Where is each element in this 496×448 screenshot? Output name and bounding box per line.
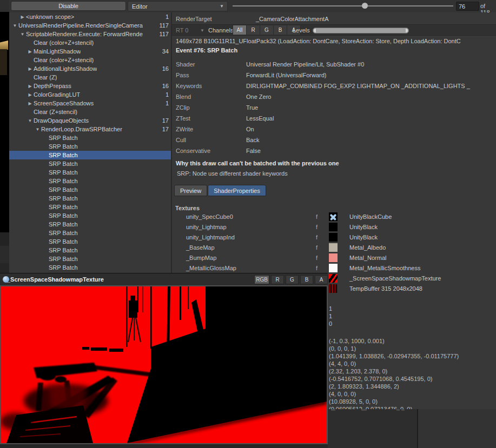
preview-channel-button[interactable]: R <box>271 275 284 284</box>
tree-arrow[interactable]: ▶ <box>27 49 34 54</box>
texture-thumbnail[interactable] <box>329 212 338 221</box>
tree-row[interactable]: ▼ ScriptableRenderer.Execute: ForwardRen… <box>9 30 171 38</box>
event-slider-track[interactable] <box>233 5 453 6</box>
tree-row-label: SRP Batch <box>49 169 78 176</box>
tree-row[interactable]: Clear (Z+stencil) <box>9 108 171 116</box>
tree-arrow[interactable]: ▶ <box>19 15 26 19</box>
property-value: True <box>246 104 496 111</box>
detail-tab[interactable]: Preview <box>174 185 207 196</box>
tree-arrow[interactable]: ▼ <box>27 118 34 123</box>
texture-flag: f <box>316 255 318 261</box>
tree-row[interactable]: ▶ ColorGradingLUT 1 <box>9 90 171 99</box>
tree-arrow[interactable]: ▶ <box>27 84 34 89</box>
property-label: ZWrite <box>172 126 246 132</box>
tree-row-label: SRP Batch <box>49 238 78 245</box>
tree-arrow[interactable]: ▼ <box>34 127 41 132</box>
render-target-label: RenderTarget <box>176 16 212 22</box>
texture-row: unity_Lightmap f UnityBlack <box>172 222 496 232</box>
background-panel <box>418 409 496 448</box>
preview-channel-button[interactable]: A <box>315 275 328 284</box>
tree-row-label: SRP Batch <box>49 143 78 150</box>
tree-row[interactable]: SRP Batch <box>9 229 171 237</box>
tree-row-label: Clear (color+Z+stencil) <box>34 39 94 46</box>
batch-break-reason: SRP: Node use different shader keywords <box>177 170 288 177</box>
tree-arrow[interactable]: ▼ <box>19 32 26 37</box>
tree-row[interactable]: ▼ DrawOpaqueObjects 17 <box>9 116 171 125</box>
texture-row: unity_LightmapInd f UnityBlack <box>172 232 496 243</box>
event-number-field[interactable]: 76 <box>456 2 479 11</box>
texture-thumbnail[interactable] <box>329 233 338 242</box>
tree-row[interactable]: ▶ AdditionalLightsShadow 16 <box>9 64 171 73</box>
tree-row-label: MainLightShadow <box>34 48 81 55</box>
tree-row[interactable]: SRP Batch <box>9 220 171 229</box>
levels-min-handle[interactable] <box>314 29 316 32</box>
levels-range-slider[interactable] <box>313 28 409 34</box>
render-target-info: 1469x728 B10G11R11_UFloatPack32 (LoadAct… <box>176 38 496 44</box>
tree-row[interactable]: SRP Batch <box>9 133 171 142</box>
texture-flag: f <box>316 224 318 230</box>
tree-arrow[interactable]: ▶ <box>27 92 34 97</box>
texture-thumbnail[interactable] <box>329 243 338 252</box>
tree-arrow[interactable]: ▶ <box>27 66 34 71</box>
tree-row[interactable]: SRP Batch <box>9 211 171 220</box>
tree-row[interactable]: ▼ UniversalRenderPipeline.RenderSingleCa… <box>9 21 171 30</box>
tree-arrow[interactable]: ▶ <box>27 101 34 106</box>
preview-channel-button[interactable]: B <box>300 275 313 284</box>
tree-row[interactable]: ▶ DepthPrepass 16 <box>9 82 171 90</box>
texture-thumbnail[interactable] <box>329 274 338 283</box>
tree-row-label: SRP Batch <box>49 135 78 141</box>
texture-thumbnail[interactable] <box>329 264 338 272</box>
property-row: Blend One Zero <box>172 91 496 102</box>
tree-row[interactable]: SRP Batch <box>9 159 171 168</box>
channel-button[interactable]: R <box>247 25 260 35</box>
tree-row[interactable]: ▶ MainLightShadow 34 <box>9 47 171 56</box>
channel-button[interactable]: B <box>274 25 287 35</box>
tree-row[interactable]: SRP Batch <box>9 151 171 159</box>
property-label: Pass <box>172 72 246 78</box>
panel-divider[interactable] <box>417 409 418 448</box>
tree-row-count: 1 <box>162 100 171 106</box>
preview-channel-button[interactable]: G <box>286 275 299 284</box>
property-label: Conservative <box>172 148 246 154</box>
target-selector-dropdown[interactable]: Editor ▼ <box>128 1 228 11</box>
tree-row[interactable]: ▶ <unknown scope> 1 <box>9 12 171 21</box>
scene-gold-sliver <box>0 41 8 50</box>
detail-tab[interactable]: ShaderProperties <box>208 185 266 196</box>
tree-row[interactable]: SRP Batch <box>9 194 171 203</box>
tree-arrow[interactable]: ▼ <box>11 23 18 28</box>
texture-thumbnail[interactable] <box>329 253 338 262</box>
vector-value: (4, 0, 0, 0) <box>329 390 459 398</box>
property-label: ZClip <box>172 104 246 111</box>
texture-thumbnail[interactable] <box>329 223 338 231</box>
tree-row[interactable]: SRP Batch <box>9 237 171 246</box>
tree-row-label: SRP Batch <box>49 186 78 193</box>
tree-row[interactable]: SRP Batch <box>9 177 171 185</box>
channel-button[interactable]: All <box>233 25 247 35</box>
float-value: 0 <box>329 320 332 327</box>
tree-row[interactable]: SRP Batch <box>9 263 171 272</box>
tree-row[interactable]: SRP Batch <box>9 142 171 151</box>
disable-button[interactable]: Disable <box>11 1 126 11</box>
rt-index-dropdown[interactable]: RT 0 <box>176 27 188 34</box>
levels-max-handle[interactable] <box>406 29 408 32</box>
tree-row[interactable]: Clear (color+Z+stencil) <box>9 38 171 47</box>
tree-row[interactable]: Clear (Z) <box>9 73 171 82</box>
tree-row[interactable]: ▶ ScreenSpaceShadows 1 <box>9 99 171 108</box>
tree-row-label: DrawOpaqueObjects <box>34 117 89 124</box>
tree-row[interactable]: SRP Batch <box>9 168 171 177</box>
preview-title-bar[interactable]: _ScreenSpaceShadowmapTexture RGBRGBA <box>0 273 328 285</box>
scene-ground-sliver <box>0 49 7 75</box>
tree-row[interactable]: Clear (color+Z+stencil) <box>9 56 171 64</box>
texture-thumbnail[interactable] <box>329 284 338 293</box>
property-label: Keywords <box>172 83 246 89</box>
tree-row[interactable]: SRP Batch <box>9 246 171 255</box>
texture-property-name: unity_SpecCube0 <box>186 213 233 220</box>
tree-row[interactable]: SRP Batch <box>9 185 171 194</box>
event-slider-handle[interactable] <box>362 3 368 9</box>
tree-row-label: SRP Batch <box>49 221 78 228</box>
preview-channel-button[interactable]: RGB <box>254 275 269 284</box>
tree-row[interactable]: ▼ RenderLoop.DrawSRPBatcher 17 <box>9 125 171 133</box>
tree-row[interactable]: SRP Batch <box>9 203 171 211</box>
tree-row[interactable]: SRP Batch <box>9 255 171 263</box>
channel-button[interactable]: G <box>260 25 274 35</box>
